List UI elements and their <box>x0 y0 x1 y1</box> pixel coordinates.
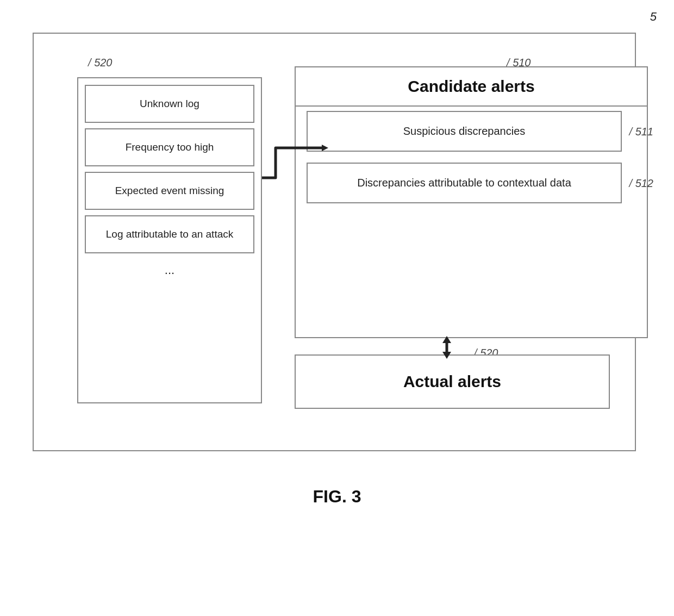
page-container: 5 / 520 Unknown log Frequency too high E… <box>0 0 674 616</box>
dots-item: ... <box>85 259 254 282</box>
label-511: / 511 <box>629 124 654 139</box>
fig-caption: FIG. 3 <box>0 487 674 507</box>
figure-number-top: 5 <box>650 10 657 24</box>
label-520-outer: / 520 <box>88 57 113 69</box>
unknown-log-item: Unknown log <box>85 85 254 123</box>
expected-event-missing-item: Expected event missing <box>85 172 254 210</box>
candidate-alerts-section: Candidate alerts Suspicious discrepancie… <box>295 66 648 338</box>
label-512: / 512 <box>629 176 654 190</box>
log-attributable-attack-item: Log attributable to an attack <box>85 215 254 253</box>
contextual-discrepancies-box: Discrepancies attributable to contextual… <box>307 163 622 203</box>
left-column-box: Unknown log Frequency too high Expected … <box>77 77 262 403</box>
actual-alerts-box: Actual alerts <box>295 354 610 409</box>
inner-boxes-container: Suspicious discrepancies / 511 Discrepan… <box>307 111 622 203</box>
candidate-alerts-header: Candidate alerts <box>296 67 647 107</box>
frequency-too-high-item: Frequency too high <box>85 128 254 166</box>
suspicious-discrepancies-box: Suspicious discrepancies / 511 <box>307 111 622 152</box>
main-diagram-box: / 520 Unknown log Frequency too high Exp… <box>33 33 636 451</box>
